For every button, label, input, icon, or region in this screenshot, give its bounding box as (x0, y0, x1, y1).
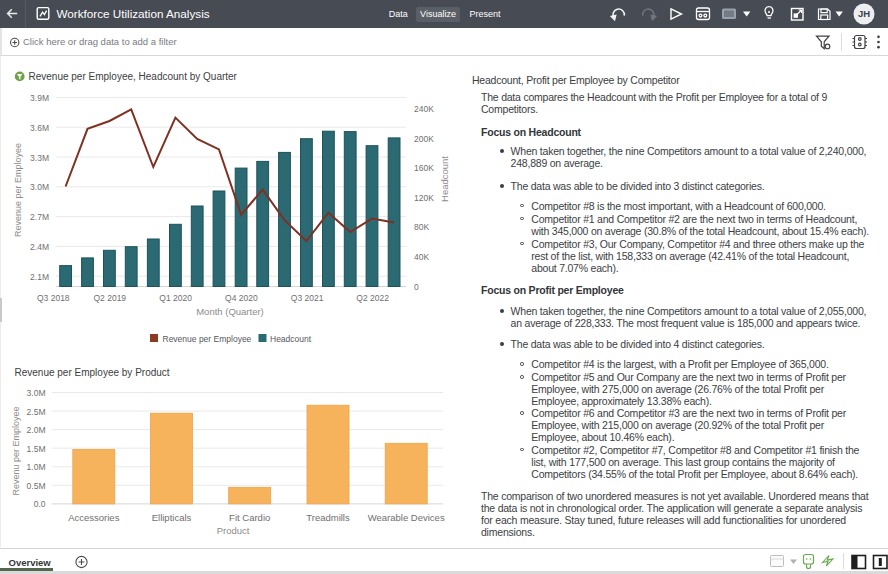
svg-text:Revenue per Employee: Revenue per Employee (163, 334, 252, 344)
svg-text:Accessories: Accessories (68, 512, 119, 523)
svg-text:Revenue per Employee, Headcoun: Revenue per Employee, Headcount by Quart… (29, 71, 238, 82)
svg-text:Q3 2018: Q3 2018 (37, 293, 70, 303)
svg-text:1.0M: 1.0M (27, 462, 46, 472)
svg-text:JH: JH (858, 8, 870, 19)
svg-text:160K: 160K (414, 163, 434, 173)
svg-text:1.5M: 1.5M (27, 444, 46, 454)
svg-text:3.9M: 3.9M (30, 93, 49, 103)
svg-text:Revenue per Employee: Revenue per Employee (13, 143, 23, 237)
svg-text:3.3M: 3.3M (30, 153, 49, 163)
svg-text:Ellipticals: Ellipticals (152, 512, 192, 523)
svg-text:Overview: Overview (9, 557, 52, 568)
svg-text:240K: 240K (414, 104, 434, 114)
svg-text:3.0M: 3.0M (27, 388, 46, 398)
svg-text:Wearable Devices: Wearable Devices (368, 512, 445, 523)
svg-text:80K: 80K (414, 222, 429, 232)
svg-text:Treadmills: Treadmills (306, 512, 350, 523)
svg-text:Q4 2020: Q4 2020 (225, 293, 258, 303)
svg-text:Q2 2019: Q2 2019 (93, 293, 126, 303)
svg-text:2.4M: 2.4M (30, 242, 49, 252)
svg-text:Q3 2021: Q3 2021 (291, 293, 324, 303)
svg-text:200K: 200K (414, 134, 434, 144)
svg-text:Fit Cardio: Fit Cardio (229, 512, 270, 523)
svg-text:120K: 120K (414, 193, 434, 203)
svg-text:Revenu per Employee: Revenu per Employee (11, 406, 21, 495)
svg-text:Revenue per Employee by Produc: Revenue per Employee by Product (15, 367, 170, 378)
svg-text:2.5M: 2.5M (27, 407, 46, 417)
svg-text:Headcount: Headcount (439, 156, 450, 202)
svg-text:0.0: 0.0 (34, 499, 46, 509)
svg-text:0: 0 (414, 282, 419, 292)
svg-text:Product: Product (217, 525, 250, 536)
svg-text:Q2 2022: Q2 2022 (356, 293, 389, 303)
svg-text:40K: 40K (414, 252, 429, 262)
svg-text:2.1M: 2.1M (30, 272, 49, 282)
svg-text:3.6M: 3.6M (30, 123, 49, 133)
svg-text:Headcount: Headcount (270, 334, 312, 344)
svg-text:3.0M: 3.0M (30, 182, 49, 192)
svg-text:Month (Quarter): Month (Quarter) (196, 306, 264, 317)
svg-text:Q1 2020: Q1 2020 (159, 293, 192, 303)
svg-text:2.7M: 2.7M (30, 212, 49, 222)
svg-text:2.0M: 2.0M (27, 425, 46, 435)
svg-text:0.5M: 0.5M (27, 481, 46, 491)
